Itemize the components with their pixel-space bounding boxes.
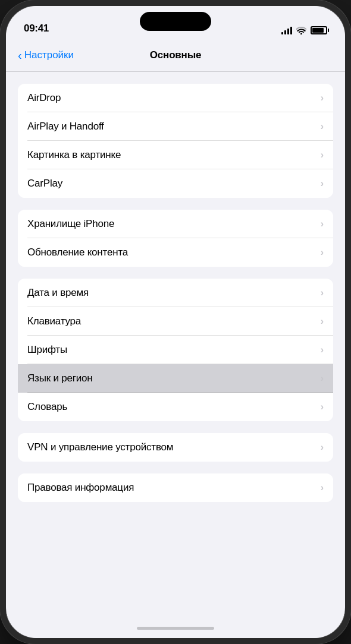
home-bar [137, 627, 214, 630]
chevron-icon: › [321, 373, 324, 384]
status-time: 09:41 [24, 23, 49, 34]
settings-group-connectivity: AirDrop › AirPlay и Handoff › Картинка в… [18, 84, 333, 198]
language-region-label: Язык и регион [27, 372, 93, 384]
wifi-icon [296, 27, 306, 34]
date-time-label: Дата и время [27, 287, 89, 299]
settings-group-storage: Хранилище iPhone › Обновление контента › [18, 210, 333, 267]
signal-icon [281, 26, 292, 34]
chevron-icon: › [321, 150, 324, 160]
signal-bar-4 [290, 27, 292, 34]
section-connectivity: AirDrop › AirPlay и Handoff › Картинка в… [6, 84, 345, 198]
settings-item-fonts[interactable]: Шрифты › [18, 336, 333, 364]
settings-item-date-time[interactable]: Дата и время › [18, 279, 333, 307]
page-title: Основные [150, 49, 201, 61]
dynamic-island [140, 12, 211, 31]
signal-bar-1 [281, 32, 283, 34]
section-locale: Дата и время › Клавиатура › Шрифты › Язы… [6, 279, 345, 421]
section-vpn: VPN и управление устройством › [6, 433, 345, 462]
dictionary-label: Словарь [27, 401, 67, 413]
chevron-icon: › [321, 316, 324, 327]
nav-bar: ‹ Настройки Основные [6, 39, 345, 71]
section-legal: Правовая информация › [6, 473, 345, 502]
back-chevron-icon: ‹ [18, 49, 22, 61]
back-label: Настройки [24, 49, 74, 61]
chevron-icon: › [321, 121, 324, 132]
legal-info-label: Правовая информация [27, 482, 134, 494]
settings-item-vpn-management[interactable]: VPN и управление устройством › [18, 433, 333, 462]
settings-item-legal-info[interactable]: Правовая информация › [18, 473, 333, 502]
settings-item-content-update[interactable]: Обновление контента › [18, 238, 333, 267]
chevron-icon: › [321, 345, 324, 355]
airplay-handoff-label: AirPlay и Handoff [27, 121, 104, 132]
signal-bar-2 [284, 30, 286, 34]
chevron-icon: › [321, 178, 324, 189]
settings-item-keyboard[interactable]: Клавиатура › [18, 307, 333, 336]
screen: 09:41 [6, 6, 345, 638]
content-update-label: Обновление контента [27, 247, 128, 258]
chevron-icon: › [321, 402, 324, 412]
home-indicator [6, 618, 345, 638]
settings-content: AirDrop › AirPlay и Handoff › Картинка в… [6, 72, 345, 618]
keyboard-label: Клавиатура [27, 315, 81, 327]
chevron-icon: › [321, 288, 324, 298]
settings-group-locale: Дата и время › Клавиатура › Шрифты › Язы… [18, 279, 333, 421]
picture-in-picture-label: Картинка в картинке [27, 149, 121, 161]
settings-item-picture-in-picture[interactable]: Картинка в картинке › [18, 141, 333, 169]
chevron-icon: › [321, 442, 324, 453]
chevron-icon: › [321, 247, 324, 258]
section-storage: Хранилище iPhone › Обновление контента › [6, 210, 345, 267]
battery-icon [311, 26, 327, 34]
battery-fill [312, 28, 324, 33]
chevron-icon: › [321, 219, 324, 229]
settings-item-dictionary[interactable]: Словарь › [18, 393, 333, 421]
settings-item-language-region[interactable]: Язык и регион › [18, 364, 333, 393]
settings-group-vpn: VPN и управление устройством › [18, 433, 333, 462]
fonts-label: Шрифты [27, 344, 67, 356]
vpn-management-label: VPN и управление устройством [27, 441, 173, 453]
airdrop-label: AirDrop [27, 92, 61, 104]
settings-item-airdrop[interactable]: AirDrop › [18, 84, 333, 112]
status-bar: 09:41 [6, 6, 345, 39]
settings-group-legal: Правовая информация › [18, 473, 333, 502]
status-icons [281, 26, 327, 34]
iphone-storage-label: Хранилище iPhone [27, 218, 114, 230]
back-button[interactable]: ‹ Настройки [18, 49, 74, 61]
phone-frame: 09:41 [0, 0, 351, 644]
settings-item-carplay[interactable]: CarPlay › [18, 169, 333, 198]
signal-bar-3 [287, 29, 289, 34]
settings-item-iphone-storage[interactable]: Хранилище iPhone › [18, 210, 333, 238]
carplay-label: CarPlay [27, 178, 62, 190]
chevron-icon: › [321, 93, 324, 103]
settings-item-airplay-handoff[interactable]: AirPlay и Handoff › [18, 112, 333, 141]
chevron-icon: › [321, 482, 324, 493]
